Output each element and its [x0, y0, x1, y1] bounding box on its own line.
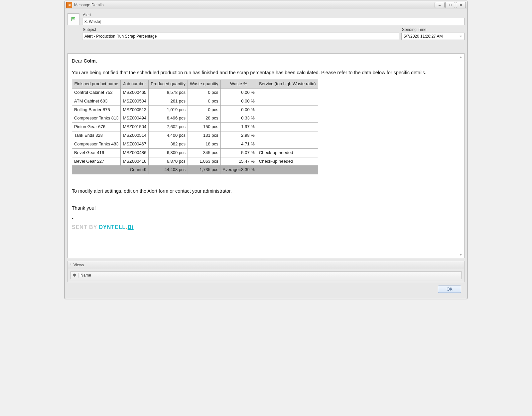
- splitter-handle[interactable]: [67, 258, 465, 261]
- table-cell: MSZ000513: [121, 105, 149, 114]
- table-cell: 150 pcs: [188, 123, 221, 131]
- table-cell: [257, 114, 318, 123]
- subject-input[interactable]: Alert - Production Run Scrap Percentage: [82, 33, 399, 40]
- table-cell: Rolling Barrier 875: [72, 105, 121, 114]
- table-cell: 0 pcs: [188, 88, 221, 97]
- table-cell: 131 pcs: [188, 131, 221, 140]
- table-cell: MSZ000486: [121, 148, 149, 157]
- table-cell: [257, 140, 318, 148]
- maximize-button[interactable]: [445, 2, 455, 8]
- close-button[interactable]: [456, 2, 466, 8]
- table-header: Service (too high Waste ratio): [257, 80, 318, 89]
- table-cell: ATM Cabinet 603: [72, 97, 121, 105]
- views-header[interactable]: ˄ Views: [68, 261, 464, 269]
- table-cell: Compressor Tanks 813: [72, 114, 121, 123]
- table-cell: Tank Ends 328: [72, 131, 121, 140]
- modify-note: To modify alert settings, edit on the Al…: [72, 188, 460, 195]
- table-cell: 1,735 pcs: [188, 166, 221, 174]
- table-row: Control Cabinet 752MSZ0004658,578 pcs0 p…: [72, 88, 318, 97]
- table-header: Produced quantity: [149, 80, 188, 89]
- table-row: ATM Cabinet 603MSZ000504261 pcs0 pcs0.00…: [72, 97, 318, 105]
- table-cell: MSZ000467: [121, 140, 149, 148]
- table-cell: [257, 88, 318, 97]
- table-cell: [257, 166, 318, 174]
- table-cell: MSZ000514: [121, 131, 149, 140]
- table-cell: [257, 123, 318, 131]
- table-cell: 2.98 %: [220, 131, 257, 140]
- table-cell: MSZ000416: [121, 157, 149, 166]
- table-cell: [257, 105, 318, 114]
- table-cell: Check-up needed: [257, 157, 318, 166]
- alert-label: Alert: [83, 13, 465, 17]
- views-column-name: Name: [78, 273, 451, 278]
- views-title: Views: [73, 263, 84, 267]
- views-grid-header[interactable]: ✱ Name: [70, 271, 462, 279]
- table-cell: 8,578 pcs: [149, 88, 188, 97]
- table-cell: 15.47 %: [220, 157, 257, 166]
- ok-button[interactable]: OK: [438, 286, 461, 293]
- table-row: Bevel Gear 416MSZ0004866,800 pcs345 pcs5…: [72, 148, 318, 157]
- table-cell: 6,870 pcs: [149, 157, 188, 166]
- table-cell: Compressor Tanks 483: [72, 140, 121, 148]
- minimize-button[interactable]: [435, 2, 445, 8]
- table-cell: 28 pcs: [188, 114, 221, 123]
- svg-rect-1: [449, 4, 451, 6]
- table-cell: 5.07 %: [220, 148, 257, 157]
- chevron-up-icon: ˄: [70, 263, 71, 267]
- table-cell: Average=3.39 %: [220, 166, 257, 174]
- table-cell: [257, 97, 318, 105]
- app-icon: BI: [66, 2, 72, 8]
- subject-label: Subject: [83, 27, 399, 32]
- table-cell: 0 pcs: [188, 97, 221, 105]
- row-indicator-icon: ✱: [71, 273, 78, 278]
- table-cell: Count=9: [72, 166, 149, 174]
- table-total-row: Count=944,408 pcs1,735 pcsAverage=3.39 %: [72, 166, 318, 174]
- table-cell: 0.00 %: [220, 105, 257, 114]
- table-header: Finished product name: [72, 80, 121, 89]
- table-cell: 4,400 pcs: [149, 131, 188, 140]
- header-panel: Alert 3. Waste Subject Alert - Productio…: [67, 12, 465, 40]
- window-title: Message Details: [74, 3, 104, 7]
- table-cell: 1,019 pcs: [149, 105, 188, 114]
- signature-dash: -: [72, 215, 460, 222]
- table-cell: Bevel Gear 227: [72, 157, 121, 166]
- table-cell: [257, 131, 318, 140]
- table-cell: 4.71 %: [220, 140, 257, 148]
- table-cell: Bevel Gear 416: [72, 148, 121, 157]
- table-cell: MSZ000465: [121, 88, 149, 97]
- table-cell: Pinion Gear 676: [72, 123, 121, 131]
- table-cell: MSZ000494: [121, 114, 149, 123]
- table-cell: MSZ000504: [121, 97, 149, 105]
- message-body-panel: ▴ ▾ Dear Colm, You are being notified th…: [67, 53, 465, 258]
- table-cell: 261 pcs: [149, 97, 188, 105]
- table-header: Waste %: [220, 80, 257, 89]
- views-panel: ˄ Views ✱ Name: [67, 261, 465, 282]
- table-cell: 382 pcs: [149, 140, 188, 148]
- table-cell: 0.00 %: [220, 88, 257, 97]
- table-cell: 0 pcs: [188, 105, 221, 114]
- table-row: Rolling Barrier 875MSZ0005131,019 pcs0 p…: [72, 105, 318, 114]
- table-cell: 18 pcs: [188, 140, 221, 148]
- sent-by-line: SENT BY DYNTELL.Bi: [72, 223, 460, 231]
- table-cell: 345 pcs: [188, 148, 221, 157]
- thanks-text: Thank you!: [72, 205, 460, 212]
- table-cell: 44,408 pcs: [149, 166, 188, 174]
- intro-paragraph: You are being notified that the schedule…: [72, 69, 460, 76]
- scroll-up-icon[interactable]: ▴: [459, 55, 463, 59]
- table-row: Pinion Gear 676MSZ0015047,602 pcs150 pcs…: [72, 123, 318, 131]
- table-row: Compressor Tanks 483MSZ000467382 pcs18 p…: [72, 140, 318, 148]
- table-cell: Control Cabinet 752: [72, 88, 121, 97]
- sending-time-input[interactable]: 5/7/2020 11:26:27 AM: [401, 33, 465, 40]
- scroll-down-icon[interactable]: ▾: [459, 253, 463, 257]
- greeting: Dear Colm,: [72, 58, 460, 65]
- table-cell: MSZ001504: [121, 123, 149, 131]
- table-cell: Check-up needed: [257, 148, 318, 157]
- table-cell: 1.97 %: [220, 123, 257, 131]
- alert-input[interactable]: 3. Waste: [82, 18, 465, 25]
- message-details-window: BI Message Details Alert 3. Waste Subjec…: [65, 1, 467, 299]
- table-row: Tank Ends 328MSZ0005144,400 pcs131 pcs2.…: [72, 131, 318, 140]
- table-cell: 6,800 pcs: [149, 148, 188, 157]
- table-cell: 1,063 pcs: [188, 157, 221, 166]
- table-row: Bevel Gear 227MSZ0004166,870 pcs1,063 pc…: [72, 157, 318, 166]
- titlebar[interactable]: BI Message Details: [65, 1, 467, 9]
